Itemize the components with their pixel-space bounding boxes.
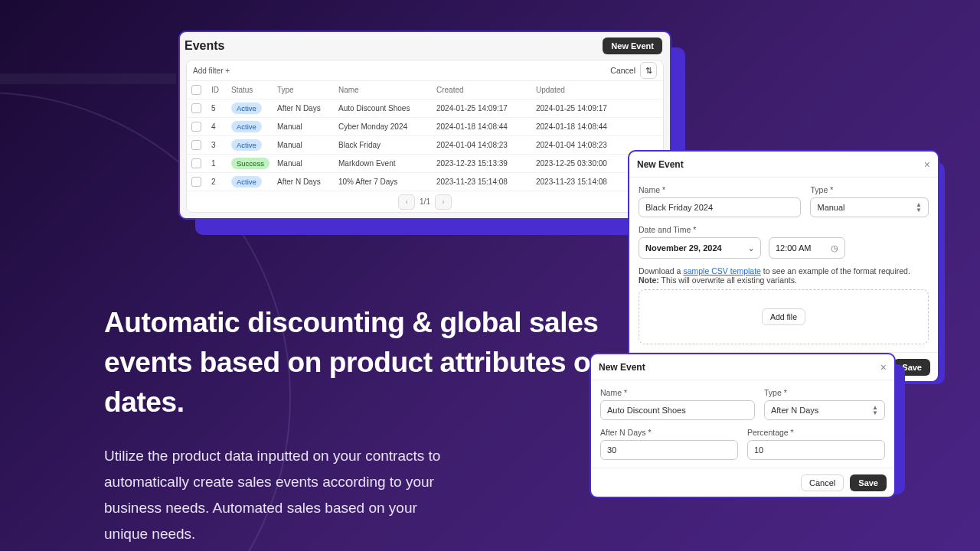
table-row[interactable]: 3ActiveManualBlack Friday2024-01-04 14:0… [187,136,663,155]
chevron-right-icon: › [442,197,444,206]
cell-id: 2 [211,178,231,186]
dialog1-name-label: Name * [639,185,801,194]
sort-button[interactable]: ⇅ [640,62,657,79]
status-badge: Active [231,103,262,114]
chevron-down-icon: ⌄ [748,244,754,253]
cell-created: 2024-01-25 14:09:17 [436,104,536,112]
cell-created: 2024-01-18 14:08:44 [436,122,536,131]
col-type[interactable]: Type [277,86,338,94]
dialog2-type-value: After N Days [771,406,818,415]
dialog1-datetime-label: Date and Time * [639,225,929,234]
cell-updated: 2024-01-18 14:08:44 [536,122,635,131]
cell-updated: 2023-12-25 03:30:00 [536,159,635,168]
status-badge: Active [231,139,262,151]
cell-created: 2023-12-23 15:13:39 [436,159,536,168]
status-badge: Active [231,121,262,132]
dialog2-save-button[interactable]: Save [850,474,887,491]
cell-status: Active [231,121,277,132]
dialog2-type-select[interactable]: After N Days ▲▼ [764,400,885,420]
dialog1-name-input[interactable] [639,197,801,217]
col-id[interactable]: ID [211,86,231,94]
events-table: ID Status Type Name Created Updated 5Act… [187,81,663,191]
next-page-button[interactable]: › [435,194,452,210]
col-updated[interactable]: Updated [536,86,635,94]
dialog1-type-label: Type * [810,185,929,194]
cell-id: 3 [211,141,231,149]
cell-name: Black Friday [338,141,436,149]
dialog1-close-button[interactable]: × [924,158,930,171]
dialog2-name-input[interactable] [600,400,755,420]
dialog2-name-label: Name * [600,388,755,397]
dialog1-type-select[interactable]: Manual ▲▼ [810,197,929,217]
row-checkbox[interactable] [191,103,201,113]
pagination: ‹ 1/1 › [187,191,663,212]
row-checkbox[interactable] [191,177,201,187]
cell-name: Cyber Monday 2024 [338,122,436,131]
table-row[interactable]: 2ActiveAfter N Days10% After 7 Days2023-… [187,173,663,191]
sample-csv-link[interactable]: sample CSV template [683,266,761,276]
prev-page-button[interactable]: ‹ [398,194,415,210]
sort-icon: ⇅ [645,66,652,76]
dialog1-date-value: November 29, 2024 [645,243,722,253]
cell-type: Manual [277,122,338,131]
col-created[interactable]: Created [436,86,536,94]
add-filter-button[interactable]: Add filter + [193,67,230,75]
new-event-button[interactable]: New Event [603,37,662,54]
dialog2-cancel-button[interactable]: Cancel [801,474,844,491]
note-label: Note: [639,276,659,285]
row-checkbox[interactable] [191,140,201,150]
status-badge: Success [231,158,270,169]
download-pre: Download a [639,266,683,276]
dialog1-time-picker[interactable]: 12:00 AM ◷ [769,237,845,259]
marketing-body: Utilize the product data inputted on you… [104,443,456,546]
note-text: This will overwrite all existing variant… [659,276,797,285]
download-post: to see an example of the format required… [761,266,910,276]
new-event-dialog-ndays: New Event × Name * Type * After N Days ▲… [590,353,896,498]
cell-created: 2024-01-04 14:08:23 [436,141,536,149]
table-header-row: ID Status Type Name Created Updated [187,81,663,99]
clock-icon: ◷ [831,243,838,253]
cell-name: Markdown Event [338,159,436,168]
events-title: Events [185,39,224,53]
cell-created: 2023-11-23 15:14:08 [436,178,536,186]
cell-type: After N Days [277,104,338,112]
cell-id: 1 [211,159,231,168]
select-updown-icon: ▲▼ [872,405,878,416]
dialog2-close-button[interactable]: × [880,361,887,373]
file-drop-zone[interactable]: Add file [639,289,929,344]
marketing-headline: Automatic discounting & global sales eve… [104,303,609,422]
select-all-checkbox[interactable] [191,85,201,95]
events-window: Events New Event Add filter + Cancel ⇅ I… [178,31,671,220]
cell-updated: 2024-01-04 14:08:23 [536,141,635,149]
cell-name: Auto Discount Shoes [338,104,436,112]
dialog2-pct-input[interactable] [747,440,885,460]
row-checkbox[interactable] [191,158,201,168]
row-checkbox[interactable] [191,122,201,132]
table-row[interactable]: 5ActiveAfter N DaysAuto Discount Shoes20… [187,99,663,118]
chevron-left-icon: ‹ [405,197,407,206]
table-row[interactable]: 4ActiveManualCyber Monday 20242024-01-18… [187,118,663,136]
cell-name: 10% After 7 Days [338,178,436,186]
cell-id: 4 [211,122,231,131]
status-badge: Active [231,176,262,187]
select-updown-icon: ▲▼ [916,202,922,213]
dialog1-date-picker[interactable]: November 29, 2024 ⌄ [639,237,761,259]
dialog1-type-value: Manual [817,203,844,212]
col-name[interactable]: Name [338,86,436,94]
dialog2-after-input[interactable] [600,440,738,460]
dialog2-after-label: After N Days * [600,428,738,437]
dialog1-download-text: Download a sample CSV template to see an… [639,266,929,285]
dialog2-type-label: Type * [764,388,885,397]
cell-id: 5 [211,104,231,112]
table-row[interactable]: 1SuccessManualMarkdown Event2023-12-23 1… [187,155,663,173]
dialog1-time-value: 12:00 AM [776,243,811,253]
decorative-bar [0,73,176,84]
filter-cancel-link[interactable]: Cancel [610,66,635,75]
cell-type: After N Days [277,178,338,186]
dialog1-title: New Event [637,159,684,170]
col-status[interactable]: Status [231,86,277,94]
close-icon: × [880,361,887,373]
cell-status: Success [231,158,277,169]
add-file-button[interactable]: Add file [762,308,805,325]
marketing-copy: Automatic discounting & global sales eve… [104,303,609,547]
